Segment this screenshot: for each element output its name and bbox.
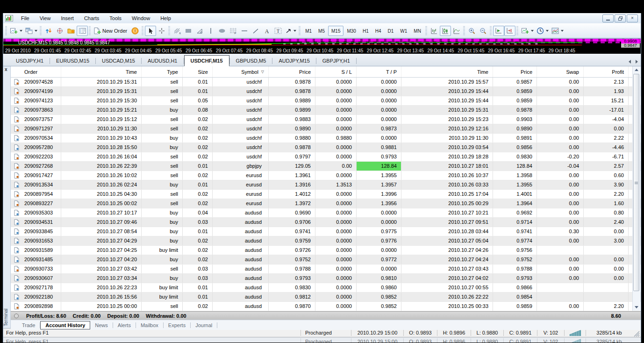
- terminal-close-button[interactable]: x: [5, 67, 7, 72]
- terminal-tab-alerts[interactable]: Alerts: [113, 322, 136, 329]
- resize-grip-icon[interactable]: [632, 330, 641, 337]
- history-row[interactable]: 20909345312010.10.27 09:46buy0.03audusd0…: [11, 218, 641, 227]
- minimize-button[interactable]: [602, 14, 614, 22]
- new-chart-button[interactable]: [8, 26, 24, 36]
- terminal-tab-mailbox[interactable]: Mailbox: [136, 322, 163, 329]
- history-row[interactable]: 20909572802010.10.28 15:50buy0.02usdchf0…: [11, 143, 641, 152]
- terminal-tab-news[interactable]: News: [90, 322, 113, 329]
- timeframe-m30-button[interactable]: M30: [343, 26, 359, 36]
- header-type[interactable]: Type: [142, 66, 183, 77]
- menu-item-tools[interactable]: Tools: [104, 14, 127, 22]
- fibo-grid-button[interactable]: F: [228, 26, 239, 36]
- angle-tool-button[interactable]: [194, 26, 205, 36]
- history-row[interactable]: 20909315892010.10.27 04:25buy limit0.02a…: [11, 246, 641, 255]
- history-row[interactable]: 20909174272010.10.26 10:02sell0.02eurusd…: [11, 171, 641, 180]
- toolbar-grip[interactable]: [490, 26, 492, 36]
- toolbar-grip[interactable]: [299, 26, 301, 36]
- history-row[interactable]: 20909741232010.10.29 15:30sell0.05usdchf…: [11, 96, 641, 106]
- header-s-l[interactable]: S / L: [315, 66, 357, 77]
- history-row[interactable]: 20908928982010.10.25 00:00sell0.02audusd…: [11, 302, 641, 311]
- market-watch-button[interactable]: [43, 26, 54, 36]
- terminal-tab-experts[interactable]: Experts: [164, 322, 190, 329]
- toolbar-grip[interactable]: [168, 26, 170, 36]
- header-price-close[interactable]: Price: [493, 66, 537, 77]
- text-tool-button[interactable]: A: [261, 26, 272, 36]
- timeframe-w1-button[interactable]: W1: [397, 26, 410, 36]
- header-profit-close[interactable]: Profit: [584, 66, 629, 77]
- toolbar-grip[interactable]: [5, 26, 7, 36]
- restore-button[interactable]: [615, 14, 626, 22]
- scroll-left-icon[interactable]: [629, 60, 631, 64]
- profiles-button[interactable]: [24, 26, 39, 36]
- line-chart-button[interactable]: [451, 26, 462, 36]
- history-row[interactable]: 20908932272010.10.25 00:02sell0.02eurusd…: [11, 199, 641, 208]
- navigator-button[interactable]: [65, 26, 77, 36]
- history-row[interactable]: 20909307332010.10.27 03:42sell0.03audusd…: [11, 264, 641, 274]
- toolbar-grip[interactable]: [425, 26, 427, 36]
- vertical-line-button[interactable]: [205, 26, 216, 36]
- history-row[interactable]: 20909271782010.10.26 22:23buy limit0.01a…: [11, 283, 641, 293]
- close-button[interactable]: ×: [627, 14, 638, 22]
- toolbar-grip[interactable]: [463, 26, 465, 36]
- scroll-up-button[interactable]: [633, 66, 640, 73]
- history-row[interactable]: 20909737572010.10.29 15:12sell0.02usdchf…: [11, 115, 641, 124]
- menu-item-file[interactable]: File: [16, 14, 35, 22]
- scroll-right-icon[interactable]: [636, 60, 638, 64]
- text-label-button[interactable]: T: [272, 26, 284, 36]
- new-order-button[interactable]: New Order: [92, 26, 129, 36]
- auto-scroll-button[interactable]: [493, 26, 504, 36]
- trendline-button[interactable]: [250, 26, 261, 36]
- timeframe-m15-button[interactable]: M15: [328, 26, 343, 36]
- toolbar-grip[interactable]: [40, 26, 42, 36]
- header-symbol[interactable]: Symbol▽: [213, 66, 269, 77]
- history-row[interactable]: 20909712972010.10.29 11:30sell0.02usdchf…: [11, 124, 641, 134]
- arrows-tool-button[interactable]: [284, 26, 298, 36]
- history-row[interactable]: 20909705342010.10.29 10:43buy0.02usdchf0…: [11, 134, 641, 143]
- history-row[interactable]: 20909745282010.10.29 15:31sell0.01usdchf…: [11, 78, 641, 87]
- header-time[interactable]: Time: [61, 66, 142, 77]
- chart-tab-usdjpy-h1[interactable]: USDJPY,H1: [10, 56, 50, 66]
- scroll-down-button[interactable]: [633, 304, 640, 311]
- chart-tab-usdchf-m15[interactable]: USDCHF,M15: [184, 55, 229, 66]
- header-order[interactable]: Order: [22, 66, 61, 77]
- history-row[interactable]: 20909741992010.10.29 15:31sell0.01usdchf…: [11, 87, 641, 96]
- fibonacci-button[interactable]: E: [172, 26, 183, 36]
- templates-button[interactable]: [550, 26, 565, 36]
- horizontal-line-button[interactable]: [239, 26, 250, 36]
- header-size[interactable]: Size: [183, 66, 213, 77]
- history-row[interactable]: 20909316532010.10.27 04:29buy0.02audusd0…: [11, 236, 641, 246]
- chart-tab-eurusd-m15[interactable]: EURUSD,M15: [50, 56, 95, 66]
- zoom-in-button[interactable]: [466, 26, 478, 36]
- history-row[interactable]: 20909221802010.10.26 15:56buy limit0.01a…: [11, 293, 641, 302]
- chart-tab-usdcad-m15[interactable]: USDCAD,M15: [96, 56, 141, 66]
- menu-item-charts[interactable]: Charts: [79, 14, 104, 22]
- header-price[interactable]: Price: [269, 66, 315, 77]
- periods-button[interactable]: [535, 26, 550, 36]
- menu-item-view[interactable]: View: [35, 14, 56, 22]
- expert-advisors-button[interactable]: !: [129, 26, 141, 36]
- terminal-button[interactable]: [77, 26, 88, 36]
- vertical-scrollbar[interactable]: [632, 66, 640, 311]
- chart-tab-audjpy-m15[interactable]: AUDJPY,M15: [272, 56, 315, 66]
- terminal-tab-trade[interactable]: Trade: [17, 322, 40, 329]
- scrollbar-thumb[interactable]: [633, 74, 639, 291]
- toolbar-grip[interactable]: [142, 26, 143, 36]
- history-row[interactable]: 20909272682010.10.26 22:39sell0.01gbpjpy…: [11, 162, 641, 171]
- crosshair-button[interactable]: [156, 26, 167, 36]
- history-row[interactable]: 20909135342010.10.26 02:24buy0.01eurusd1…: [11, 180, 641, 190]
- timeframe-h1-button[interactable]: H1: [359, 26, 372, 36]
- data-window-button[interactable]: [54, 26, 65, 36]
- terminal-tab-account-history[interactable]: Account History: [40, 321, 90, 329]
- ellipse-tool-button[interactable]: [216, 26, 228, 36]
- zoom-out-button[interactable]: [478, 26, 489, 36]
- timeframe-mn-button[interactable]: MN: [410, 26, 424, 36]
- history-row[interactable]: 20909338452010.10.27 08:54buy0.01audusd0…: [11, 227, 641, 236]
- bar-chart-button[interactable]: [429, 26, 440, 36]
- history-row[interactable]: 20909738632010.10.29 15:21buy0.08usdchf0…: [11, 106, 641, 115]
- timeframe-m5-button[interactable]: M5: [315, 26, 328, 36]
- timeframe-d1-button[interactable]: D1: [385, 26, 397, 36]
- terminal-tab-journal[interactable]: Journal: [191, 322, 217, 329]
- header-time-close[interactable]: Time: [401, 66, 493, 77]
- menu-item-help[interactable]: Help: [155, 14, 176, 22]
- rectangle-tool-button[interactable]: [183, 26, 194, 36]
